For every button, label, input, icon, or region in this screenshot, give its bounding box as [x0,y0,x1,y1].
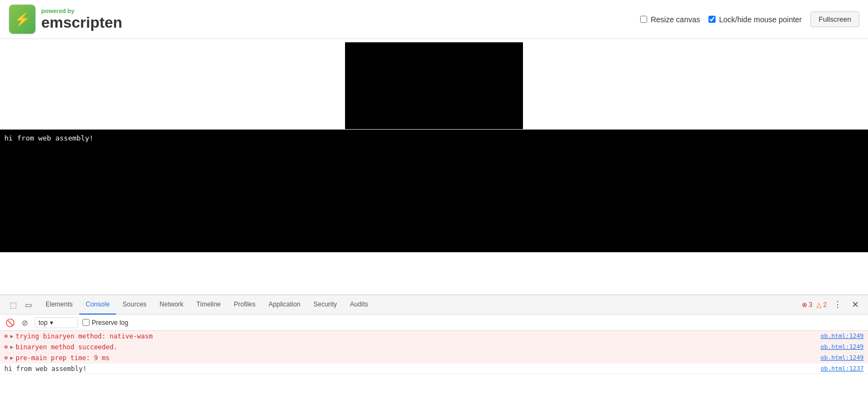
context-select[interactable]: top ▾ [35,317,78,328]
console-message-text: trying binaryen method: native-wasm [16,332,816,340]
resize-canvas-label[interactable]: Resize canvas [640,15,700,24]
devtools-tab-profiles[interactable]: Profiles [227,295,262,315]
logo-text-area: powered by emscripten [41,8,122,31]
console-filter-button[interactable]: ⊘ [20,317,30,328]
console-messages: ⊗▶trying binaryen method: native-wasmob.… [0,331,868,401]
console-message-text: binaryen method succeeded. [16,343,816,351]
warn-badge: △ 2 [816,301,827,309]
devtools-more-button[interactable]: ⋮ [831,298,844,311]
output-text: hi from web assembly! [4,134,93,142]
devtools-tab-security[interactable]: Security [307,295,343,315]
logo-area: powered by emscripten [9,4,122,34]
console-row: hi from web assembly!ob.html:1237 [0,363,868,374]
devtools-tabs-bar: ⬚ ▭ ElementsConsoleSourcesNetworkTimelin… [0,295,868,315]
devtools-tab-network[interactable]: Network [153,295,190,315]
devtools-tab-timeline[interactable]: Timeline [190,295,227,315]
console-message-text: hi from web assembly! [4,365,816,373]
device-toolbar-icon[interactable]: ▭ [22,298,35,311]
inspect-element-icon[interactable]: ⬚ [7,298,20,311]
lock-mouse-label[interactable]: Lock/hide mouse pointer [709,15,802,24]
output-area: hi from web assembly! [0,130,868,252]
canvas-area [0,39,868,130]
console-source-link[interactable]: ob.html:1249 [821,332,864,340]
console-row: ⊗▶binaryen method succeeded.ob.html:1249 [0,342,868,353]
console-source-link[interactable]: ob.html:1249 [821,343,864,350]
error-row-icon: ⊗ [4,332,8,340]
devtools-tab-application[interactable]: Application [262,295,307,315]
error-badge: ⊗ 3 [802,301,813,309]
devtools-close-button[interactable]: ✕ [848,298,861,311]
error-row-icon: ⊗ [4,343,8,350]
context-dropdown-icon: ▾ [50,319,53,327]
error-circle-icon: ⊗ [802,301,807,309]
lock-mouse-checkbox[interactable] [709,16,716,23]
top-bar: powered by emscripten Resize canvas Lock… [0,0,868,39]
console-toolbar: 🚫 ⊘ top ▾ Preserve log [0,315,868,331]
warn-count: 2 [823,301,827,309]
devtools-right: ⊗ 3 △ 2 ⋮ ✕ [797,298,866,311]
preserve-log-checkbox[interactable] [82,319,90,326]
emscripten-logo-icon [9,4,36,34]
console-source-link[interactable]: ob.html:1237 [821,365,864,372]
emscripten-title: emscripten [41,14,122,31]
warn-triangle-icon: △ [816,301,821,309]
powered-by-text: powered by [41,8,122,14]
devtools-tab-elements[interactable]: Elements [39,295,79,315]
error-row-icon: ⊗ [4,354,8,361]
console-source-link[interactable]: ob.html:1249 [821,354,864,361]
context-value: top [39,319,48,327]
devtools-tab-sources[interactable]: Sources [116,295,153,315]
expand-arrow-icon[interactable]: ▶ [10,355,14,361]
console-row: ⊗▶trying binaryen method: native-wasmob.… [0,331,868,342]
expand-arrow-icon[interactable]: ▶ [10,333,14,339]
preserve-log-label[interactable]: Preserve log [82,319,128,327]
devtools-tab-console[interactable]: Console [79,295,116,315]
fullscreen-button[interactable]: Fullscreen [810,11,859,27]
devtools-panel: ⬚ ▭ ElementsConsoleSourcesNetworkTimelin… [0,295,868,403]
resize-canvas-checkbox[interactable] [640,16,647,23]
devtools-icons: ⬚ ▭ [2,298,39,311]
webgl-canvas [345,42,523,129]
console-row: ⊗▶pre-main prep time: 9 msob.html:1249 [0,353,868,363]
devtools-tab-audits[interactable]: Audits [343,295,374,315]
expand-arrow-icon[interactable]: ▶ [10,344,14,350]
console-message-text: pre-main prep time: 9 ms [16,354,816,362]
devtools-tabs: ElementsConsoleSourcesNetworkTimelinePro… [39,295,797,315]
error-count: 3 [809,301,813,309]
top-controls: Resize canvas Lock/hide mouse pointer Fu… [640,11,859,27]
console-clear-button[interactable]: 🚫 [4,317,15,328]
